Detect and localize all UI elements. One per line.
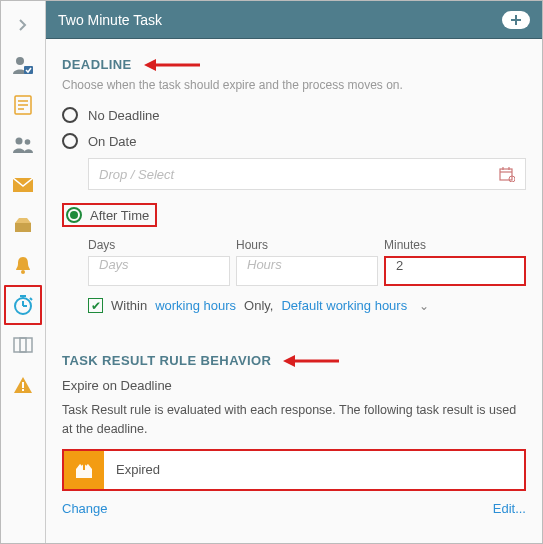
svg-point-9 [21,270,25,274]
annotation-arrow-icon [281,354,341,368]
deadline-section-title: DEADLINE [62,57,526,72]
working-hours-checkbox[interactable]: ✔ [88,298,103,313]
radio-label: No Deadline [88,108,160,123]
task-result-name: Expired [104,451,524,489]
main-panel: Two Minute Task DEADLINE Choose when the… [46,1,542,543]
edit-link[interactable]: Edit... [493,501,526,516]
working-hours-link[interactable]: working hours [155,298,236,313]
days-input[interactable]: Days [88,256,230,286]
panel-header: Two Minute Task [46,1,542,39]
outbox-icon [64,451,104,489]
default-working-hours-link[interactable]: Default working hours [281,298,407,313]
working-hours-row: ✔ Within working hours Only, Default wor… [88,298,526,313]
svg-rect-18 [22,389,24,391]
timer-icon[interactable] [4,285,42,325]
deadline-subtext: Choose when the task should expire and t… [62,78,526,92]
annotation-arrow-icon [142,58,202,72]
svg-line-14 [30,298,32,300]
radio-label: On Date [88,134,136,149]
days-label: Days [88,238,230,252]
collapse-icon[interactable] [4,5,42,45]
svg-point-7 [25,139,31,145]
date-drop-select[interactable]: Drop / Select [88,158,526,190]
hours-label: Hours [236,238,378,252]
svg-rect-17 [22,382,24,388]
form-icon[interactable] [4,85,42,125]
radio-icon [62,133,78,149]
radio-label: After Time [90,208,149,223]
deadline-radio-group: No Deadline On Date Drop / Select After … [62,102,526,313]
mail-icon[interactable] [4,165,42,205]
svg-rect-1 [24,66,33,74]
panel-title: Two Minute Task [58,12,162,28]
warning-icon[interactable] [4,365,42,405]
change-link[interactable]: Change [62,501,108,516]
svg-point-0 [16,57,24,65]
radio-icon [66,207,82,223]
radio-on-date[interactable]: On Date [62,128,526,154]
annotation-highlight: After Time [62,203,157,227]
expire-on-deadline-label: Expire on Deadline [62,378,526,393]
radio-icon [62,107,78,123]
inbox-icon[interactable] [4,205,42,245]
sidebar [1,1,46,543]
people-icon[interactable] [4,125,42,165]
wh-prefix: Within [111,298,147,313]
svg-rect-16 [20,338,26,352]
minutes-label: Minutes [384,238,526,252]
hours-input[interactable]: Hours [236,256,378,286]
svg-rect-15 [14,338,32,352]
radio-no-deadline[interactable]: No Deadline [62,102,526,128]
chevron-down-icon[interactable]: ⌄ [419,299,429,313]
task-result-section-title: TASK RESULT RULE BEHAVIOR [62,353,526,368]
bell-icon[interactable] [4,245,42,285]
time-inputs: Days Days Hours Hours Minutes 2 [88,238,526,286]
radio-after-time[interactable]: After Time [62,198,526,232]
user-check-icon[interactable] [4,45,42,85]
date-placeholder: Drop / Select [99,167,174,182]
content-scroll: DEADLINE Choose when the task should exp… [46,39,542,543]
svg-rect-22 [500,169,512,180]
task-result-footer: Change Edit... [62,501,526,516]
task-result-description: Task Result rule is evaluated with each … [62,401,526,439]
wh-mid: Only, [244,298,273,313]
task-result-title-text: TASK RESULT RULE BEHAVIOR [62,353,271,368]
task-result-box[interactable]: Expired [62,449,526,491]
deadline-title-text: DEADLINE [62,57,132,72]
svg-point-6 [16,138,23,145]
layout-icon[interactable] [4,325,42,365]
minutes-input[interactable]: 2 [384,256,526,286]
calendar-icon[interactable] [499,166,515,182]
add-button[interactable] [502,11,530,29]
